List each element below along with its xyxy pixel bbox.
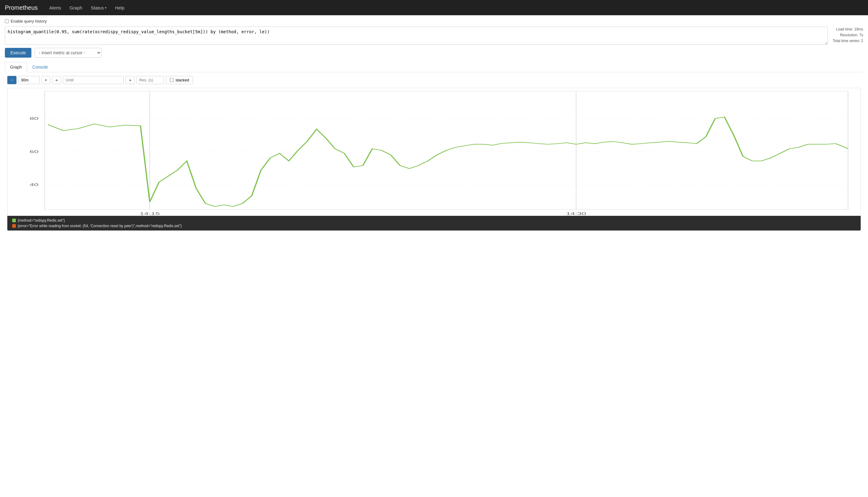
svg-text:40: 40	[30, 183, 39, 187]
stacked-checkbox[interactable]	[170, 78, 174, 82]
legend-label-1: {error="Error while reading from socket:…	[18, 224, 182, 228]
nav-help[interactable]: Help	[111, 0, 129, 15]
legend-label-0: {method="redispy.Redis.set"}	[18, 218, 65, 223]
chart-svg: .grid-line { stroke: #e0e0e0; stroke-wid…	[8, 88, 860, 216]
legend-item-1: {error="Error while reading from socket:…	[12, 224, 856, 228]
svg-text:14:15: 14:15	[140, 211, 160, 216]
nav-graph[interactable]: Graph	[65, 0, 87, 15]
graph-controls: − + « » stacked	[7, 76, 863, 84]
tabs: Graph Console	[5, 62, 863, 72]
status-dropdown-caret: ▾	[105, 6, 106, 10]
chart-container: .grid-line { stroke: #e0e0e0; stroke-wid…	[7, 88, 861, 216]
zoom-out-button[interactable]: −	[7, 76, 16, 84]
svg-text:14:30: 14:30	[566, 211, 586, 216]
execute-button[interactable]: Execute	[5, 48, 31, 58]
load-info: Load time: 19ms Resolution: 7s Total tim…	[833, 27, 863, 44]
query-history-row: Enable query history	[5, 19, 863, 24]
legend-color-1	[12, 224, 16, 228]
main-content: Enable query history histogram_quantile(…	[0, 15, 868, 234]
nav-alerts[interactable]: Alerts	[45, 0, 65, 15]
resolution-input[interactable]	[136, 76, 164, 84]
query-history-checkbox[interactable]	[5, 19, 9, 23]
query-history-label[interactable]: Enable query history	[11, 19, 47, 24]
legend: {method="redispy.Redis.set"} {error="Err…	[7, 216, 861, 230]
metric-select[interactable]: - insert metric at cursor -	[34, 48, 101, 58]
svg-text:80: 80	[30, 116, 39, 121]
tab-graph[interactable]: Graph	[5, 62, 27, 72]
back-button[interactable]: «	[52, 76, 61, 84]
navbar: Prometheus Alerts Graph Status ▾ Help	[0, 0, 868, 15]
total-series: Total time series: 2	[833, 38, 863, 44]
forward-button[interactable]: »	[126, 76, 134, 84]
resolution: Resolution: 7s	[833, 32, 863, 38]
stacked-button[interactable]: stacked	[166, 76, 193, 84]
nav-status[interactable]: Status ▾	[87, 0, 111, 15]
until-input[interactable]	[63, 76, 124, 84]
query-area-wrapper: histogram_quantile(0.95, sum(rate(ocredi…	[5, 27, 863, 45]
query-textarea[interactable]: histogram_quantile(0.95, sum(rate(ocredi…	[5, 27, 828, 45]
legend-color-0	[12, 218, 16, 222]
brand-logo: Prometheus	[5, 4, 38, 11]
execute-row: Execute - insert metric at cursor -	[5, 48, 863, 58]
svg-text:60: 60	[30, 150, 39, 154]
duration-input[interactable]	[18, 76, 40, 84]
load-time: Load time: 19ms	[833, 27, 863, 32]
zoom-in-button[interactable]: +	[41, 76, 50, 84]
tab-console[interactable]: Console	[27, 62, 53, 72]
legend-item-0: {method="redispy.Redis.set"}	[12, 218, 856, 223]
